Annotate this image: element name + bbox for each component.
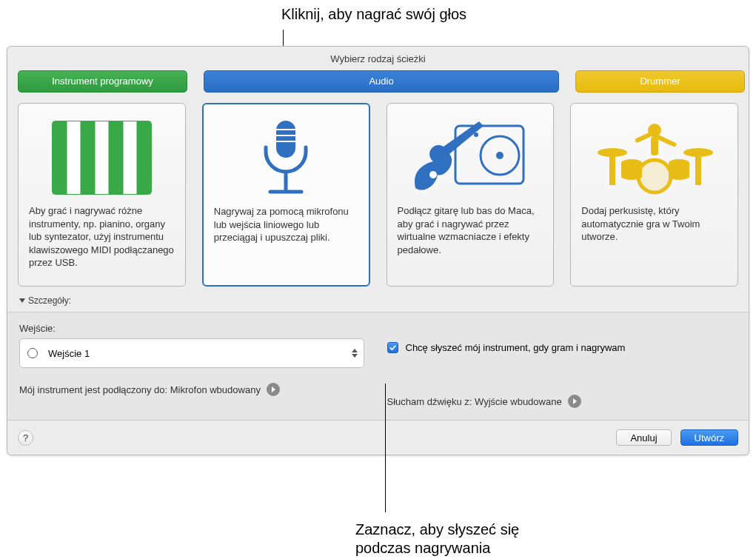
card-audio-mic[interactable]: Nagrywaj za pomocą mikrofonu lub wejścia… [202,103,370,287]
details-panel: Wejście: Wejście 1 Mój instrument jest p… [7,312,749,421]
drummer-icon [581,111,727,204]
svg-rect-3 [109,121,123,194]
svg-point-25 [429,171,437,178]
guitar-amp-icon [398,111,543,204]
instrument-connection-status: Mój instrument jest podłączony do: Mikro… [19,384,261,395]
monitor-checkbox-label: Chcę słyszeć mój instrument, gdy gram i … [406,342,626,353]
svg-rect-31 [609,153,615,185]
card-software-instrument-desc: Aby grać i nagrywać różne instrumenty, n… [29,204,175,270]
output-status: Słucham dźwięku z: Wyjście wbudowane [387,396,562,407]
svg-rect-4 [137,121,151,194]
stepper-icon [352,349,358,358]
segment-audio[interactable]: Audio [204,70,559,93]
create-button[interactable]: Utwórz [680,429,738,446]
microphone-icon [214,112,358,205]
keyboard-icon [29,111,175,204]
svg-point-41 [638,160,671,193]
card-audio-guitar-desc: Podłącz gitarę lub bas do Maca, aby grać… [398,204,543,256]
card-drummer-desc: Dodaj perkusistę, który automatycznie gr… [581,204,727,244]
input-label: Wejście: [19,323,369,334]
svg-rect-1 [53,121,67,194]
input-column: Wejście: Wejście 1 Mój instrument jest p… [19,323,369,408]
svg-rect-2 [81,121,95,194]
segment-instrument[interactable]: Instrument programowy [18,70,187,93]
svg-rect-5 [67,121,81,194]
input-select[interactable]: Wejście 1 [19,338,364,368]
card-software-instrument[interactable]: Aby grać i nagrywać różne instrumenty, n… [18,103,186,287]
svg-rect-14 [276,121,295,158]
svg-rect-7 [123,121,137,194]
connection-more-button[interactable] [267,383,280,396]
callout-monitor-checkbox: Zaznacz, aby słyszeć się podczas nagrywa… [355,520,519,558]
monitor-column: Chcę słyszeć mój instrument, gdy gram i … [387,323,737,408]
cancel-button[interactable]: Anuluj [616,429,671,446]
details-label: Szczegóły: [28,295,71,306]
segment-drummer[interactable]: Drummer [575,70,745,93]
new-track-dialog: Wybierz rodzaj ścieżki Instrument progra… [7,46,749,455]
dialog-footer: ? Anuluj Utwórz [7,421,749,455]
chevron-down-icon [19,298,25,303]
details-disclosure[interactable]: Szczegóły: [7,292,749,312]
svg-rect-6 [95,121,109,194]
card-drummer[interactable]: Dodaj perkusistę, który automatycznie gr… [570,103,738,287]
svg-rect-27 [651,136,658,155]
track-option-cards: Aby grać i nagrywać różne instrumenty, n… [7,93,749,292]
svg-rect-33 [695,153,701,185]
svg-point-22 [496,152,504,159]
track-type-segmented: Instrument programowy Audio Drummer [7,70,749,93]
help-button[interactable]: ? [18,430,33,446]
card-audio-mic-desc: Nagrywaj za pomocą mikrofonu lub wejścia… [214,205,358,244]
monitor-checkbox[interactable] [387,342,398,353]
input-mono-icon [27,348,38,358]
dialog-title: Wybierz rodzaj ścieżki [7,47,749,70]
output-more-button[interactable] [568,395,581,408]
input-value: Wejście 1 [48,348,90,359]
callout-line-bottom [385,384,386,512]
card-audio-guitar[interactable]: Podłącz gitarę lub bas do Maca, aby grać… [387,103,555,287]
callout-record-voice: Kliknij, aby nagrać swój głos [281,6,466,23]
